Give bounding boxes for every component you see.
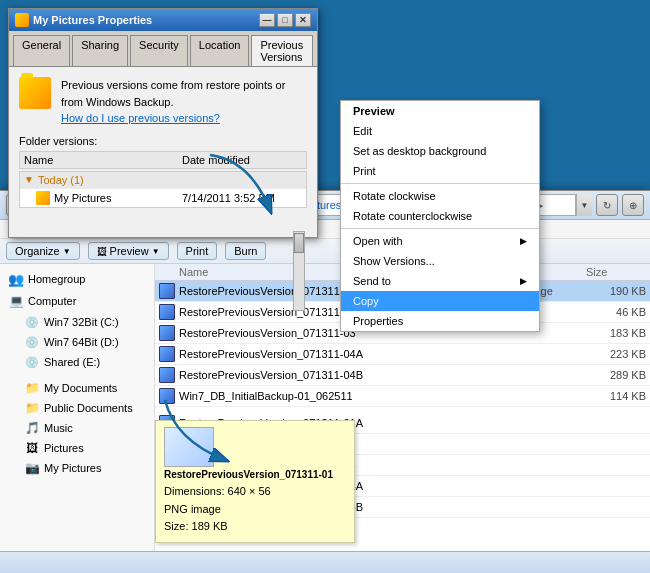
burn-label: Burn — [234, 245, 257, 257]
public-documents-label: Public Documents — [44, 402, 133, 414]
address-dropdown-button[interactable]: ▼ — [576, 194, 592, 216]
tab-security[interactable]: Security — [130, 35, 188, 66]
homegroup-label: Homegroup — [28, 273, 85, 285]
ctx-send-to[interactable]: Send to ▶ — [341, 271, 539, 291]
status-bar — [0, 551, 650, 573]
ctx-preview[interactable]: Preview — [341, 101, 539, 121]
organize-button[interactable]: Organize ▼ — [6, 242, 80, 260]
my-pictures-label: My Pictures — [44, 462, 101, 474]
table-row[interactable]: RestorePreviousVersion_071311-04B 289 KB — [155, 365, 650, 386]
print-label: Print — [186, 245, 209, 257]
minimize-button[interactable]: — — [259, 13, 275, 27]
file-size: 46 KB — [586, 306, 646, 318]
search-button[interactable]: ⊕ — [622, 194, 644, 216]
folder-my-pictures-icon: 📷 — [24, 460, 40, 476]
ctx-preview-label: Preview — [353, 105, 395, 117]
ctx-send-to-label: Send to — [353, 275, 391, 287]
ctx-print[interactable]: Print — [341, 161, 539, 181]
file-name: RestorePreviousVersion_071311-03 — [179, 327, 366, 339]
ctx-rotate-ccw-label: Rotate counterclockwise — [353, 210, 472, 222]
ctx-rotate-ccw[interactable]: Rotate counterclockwise — [341, 206, 539, 226]
preview-type: PNG image — [164, 501, 346, 519]
collapse-arrow-icon[interactable]: ▼ — [24, 174, 34, 185]
file-size: 183 KB — [586, 327, 646, 339]
pictures-label: Pictures — [44, 442, 84, 454]
context-menu: Preview Edit Set as desktop background P… — [340, 100, 540, 332]
sidebar-item-my-documents[interactable]: 📁 My Documents — [0, 378, 154, 398]
how-to-link[interactable]: How do I use previous versions? — [61, 112, 220, 124]
folder-icon-large — [19, 77, 51, 109]
open-with-arrow-icon: ▶ — [520, 236, 527, 246]
ctx-open-with-label: Open with — [353, 235, 403, 247]
sidebar-item-public-documents[interactable]: 📁 Public Documents — [0, 398, 154, 418]
dialog-tabs: General Sharing Security Location Previo… — [9, 31, 317, 67]
tab-sharing[interactable]: Sharing — [72, 35, 128, 66]
ctx-separator-1 — [341, 183, 539, 184]
sidebar-nav: 👥 Homegroup 💻 Computer 💿 Win7 32Bit (C:)… — [0, 264, 155, 556]
sidebar-item-homegroup[interactable]: 👥 Homegroup — [0, 268, 154, 290]
col-name-header: Name — [24, 154, 182, 166]
ctx-set-desktop[interactable]: Set as desktop background — [341, 141, 539, 161]
sidebar-item-my-pictures[interactable]: 📷 My Pictures — [0, 458, 154, 478]
table-row[interactable]: RestorePreviousVersion_071311-04A 223 KB — [155, 344, 650, 365]
file-icon — [159, 283, 175, 299]
col-name-header[interactable]: Name — [159, 266, 366, 278]
folder-versions-label: Folder versions: — [19, 135, 307, 147]
ctx-properties[interactable]: Properties — [341, 311, 539, 331]
burn-button[interactable]: Burn — [225, 242, 266, 260]
explorer-cmdbar: Organize ▼ 🖼 Preview ▼ Print Burn — [0, 239, 650, 264]
drive-d-icon: 💿 — [24, 334, 40, 350]
row-name: My Pictures — [54, 192, 182, 204]
file-size: 190 KB — [586, 285, 646, 297]
file-size: 289 KB — [586, 369, 646, 381]
sidebar-item-pictures[interactable]: 🖼 Pictures — [0, 438, 154, 458]
file-name: RestorePreviousVersion_071311-04A — [179, 348, 366, 360]
ctx-edit[interactable]: Edit — [341, 121, 539, 141]
ctx-properties-label: Properties — [353, 315, 403, 327]
organize-label: Organize — [15, 245, 60, 257]
scrollbar-thumb[interactable] — [294, 233, 304, 253]
sidebar-item-music[interactable]: 🎵 Music — [0, 418, 154, 438]
ctx-rotate-cw[interactable]: Rotate clockwise — [341, 186, 539, 206]
dialog-scrollbar[interactable] — [293, 231, 305, 311]
preview-label: Preview — [110, 245, 149, 257]
drive-e-label: Shared (E:) — [44, 356, 100, 368]
preview-button[interactable]: 🖼 Preview ▼ — [88, 242, 169, 260]
file-name: RestorePreviousVersion_071311-02 — [179, 306, 366, 318]
ctx-open-with[interactable]: Open with ▶ — [341, 231, 539, 251]
folder-music-icon: 🎵 — [24, 420, 40, 436]
ctx-copy[interactable]: Copy — [341, 291, 539, 311]
file-name: RestorePreviousVersion_071311-01 — [179, 285, 366, 297]
ctx-edit-label: Edit — [353, 125, 372, 137]
tab-location[interactable]: Location — [190, 35, 250, 66]
file-icon — [159, 325, 175, 341]
file-name: RestorePreviousVersion_071311-04B — [179, 369, 366, 381]
col-size-header[interactable]: Size — [586, 266, 646, 278]
close-button[interactable]: ✕ — [295, 13, 311, 27]
ctx-print-label: Print — [353, 165, 376, 177]
refresh-button[interactable]: ↻ — [596, 194, 618, 216]
explorer-window: ◀ ▶ Jim (Today, July 14, 2011, 29 minute… — [0, 190, 650, 573]
preview-size: Size: 189 KB — [164, 518, 346, 536]
arrow-annotation-2 — [155, 390, 235, 470]
organize-arrow-icon: ▼ — [63, 247, 71, 256]
folder-pub-icon: 📁 — [24, 400, 40, 416]
tab-general[interactable]: General — [13, 35, 70, 66]
preview-arrow-icon: ▼ — [152, 247, 160, 256]
sidebar-item-e-drive[interactable]: 💿 Shared (E:) — [0, 352, 154, 372]
sidebar-item-d-drive[interactable]: 💿 Win7 64Bit (D:) — [0, 332, 154, 352]
dialog-titlebar: My Pictures Properties — □ ✕ — [9, 9, 317, 31]
tab-previous-versions[interactable]: Previous Versions — [251, 35, 313, 66]
sidebar-item-c-drive[interactable]: 💿 Win7 32Bit (C:) — [0, 312, 154, 332]
ctx-show-versions[interactable]: Show Versions... — [341, 251, 539, 271]
maximize-button[interactable]: □ — [277, 13, 293, 27]
file-size: 223 KB — [586, 348, 646, 360]
sidebar-item-computer[interactable]: 💻 Computer — [0, 290, 154, 312]
print-button[interactable]: Print — [177, 242, 218, 260]
folder-docs-icon: 📁 — [24, 380, 40, 396]
arrow-annotation-1 — [200, 150, 280, 220]
ctx-separator-2 — [341, 228, 539, 229]
drive-c-icon: 💿 — [24, 314, 40, 330]
computer-label: Computer — [28, 295, 76, 307]
ctx-show-versions-label: Show Versions... — [353, 255, 435, 267]
